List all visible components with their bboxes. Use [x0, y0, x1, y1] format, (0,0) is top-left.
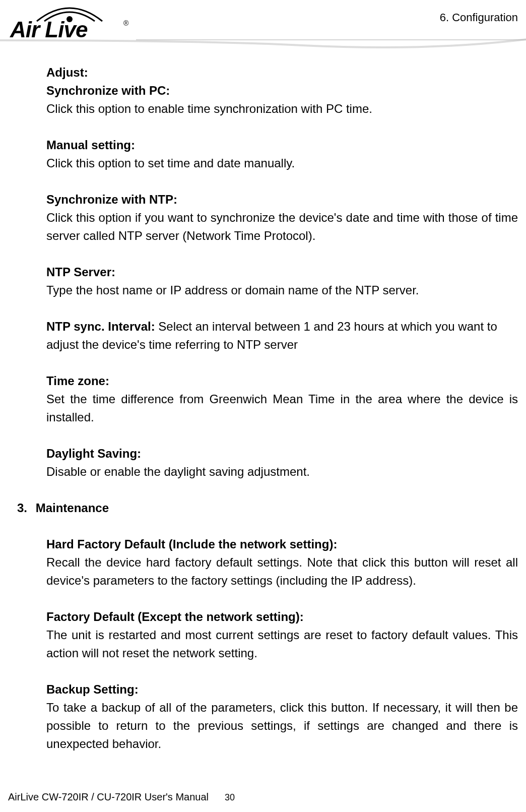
backup-heading: Backup Setting: [46, 680, 518, 699]
backup-text: To take a backup of all of the parameter… [46, 699, 518, 753]
page-header: Air Live ® 6. Configuration [0, 0, 526, 50]
daylight-heading: Daylight Saving: [46, 445, 518, 463]
ntp-server-heading: NTP Server: [46, 263, 518, 281]
adjust-heading: Adjust: [46, 64, 518, 82]
sync-pc-text: Click this option to enable time synchro… [46, 100, 518, 118]
sync-ntp-text: Click this option if you want to synchro… [46, 209, 518, 245]
manual-title: AirLive CW-720IR / CU-720IR User's Manua… [8, 791, 209, 802]
hard-factory-heading: Hard Factory Default (Include the networ… [46, 535, 518, 553]
timezone-text: Set the time difference from Greenwich M… [46, 390, 518, 426]
airlive-logo: Air Live ® [10, 4, 131, 44]
timezone-heading: Time zone: [46, 372, 518, 390]
factory-heading: Factory Default (Except the network sett… [46, 608, 518, 626]
chapter-label: 6. Configuration [440, 11, 518, 24]
manual-text: Click this option to set time and date m… [46, 154, 518, 172]
sync-ntp-heading: Synchronize with NTP: [46, 191, 518, 209]
manual-heading: Manual setting: [46, 136, 518, 154]
daylight-text: Disable or enable the daylight saving ad… [46, 463, 518, 481]
document-body: Adjust: Synchronize with PC: Click this … [46, 64, 518, 753]
page-footer: AirLive CW-720IR / CU-720IR User's Manua… [8, 791, 518, 803]
ntp-server-text: Type the host name or IP address or doma… [46, 281, 518, 299]
maintenance-title: Maintenance [36, 501, 109, 515]
hard-factory-text: Recall the device hard factory default s… [46, 553, 518, 590]
maintenance-number: 3. [17, 499, 32, 517]
page-number: 30 [225, 792, 235, 803]
factory-text: The unit is restarted and most current s… [46, 626, 518, 662]
registered-mark: ® [123, 19, 128, 27]
sync-pc-heading: Synchronize with PC: [46, 82, 518, 100]
ntp-interval-heading: NTP sync. Interval: [46, 320, 158, 333]
logo-text: Air Live [10, 17, 87, 42]
